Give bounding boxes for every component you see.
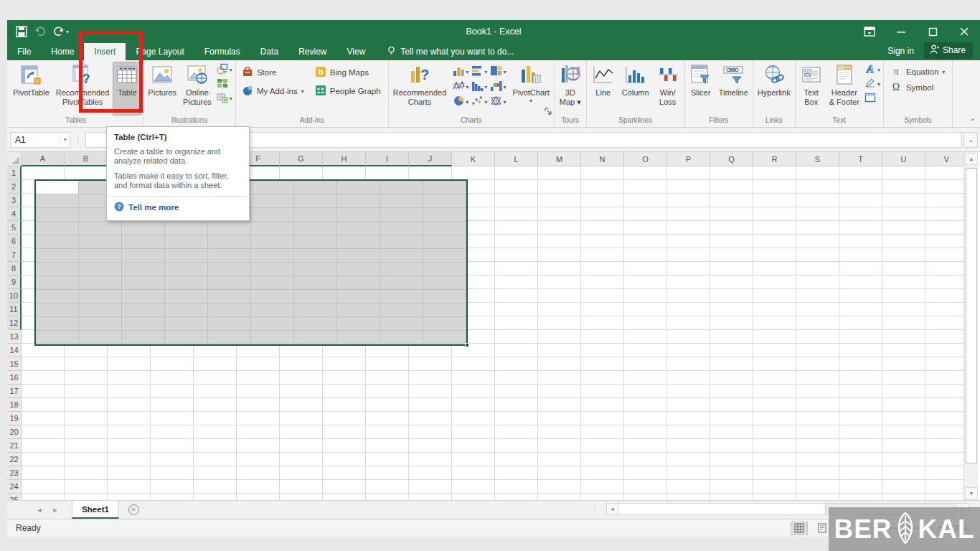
dialog-launcher-icon[interactable] <box>544 105 552 114</box>
sheet-tab-sheet1[interactable]: Sheet1 <box>72 501 119 519</box>
tab-home[interactable]: Home <box>41 43 84 60</box>
chart-histogram-button[interactable]: ▾ <box>471 80 487 94</box>
chart-waterfall-button[interactable]: ▾ <box>490 80 506 94</box>
scroll-down-icon[interactable]: ▼ <box>965 487 978 499</box>
sign-in-link[interactable]: Sign in <box>887 46 914 56</box>
column-header-g[interactable]: G <box>280 152 323 166</box>
row-header-15[interactable]: 15 <box>7 357 22 371</box>
chart-line-button[interactable]: ▾ <box>453 80 468 94</box>
slicer-button[interactable]: Slicer <box>687 62 715 116</box>
row-header-10[interactable]: 10 <box>7 289 22 303</box>
tab-view[interactable]: View <box>337 43 376 60</box>
timeline-button[interactable]: Timeline <box>716 62 751 116</box>
row-header-14[interactable]: 14 <box>7 344 22 357</box>
chart-bar-button[interactable]: ▾ <box>471 65 487 79</box>
row-header-23[interactable]: 23 <box>7 466 22 480</box>
tell-me-box[interactable]: Tell me what you want to do... <box>375 46 522 60</box>
3d-map-button[interactable]: 3DMap ▾ <box>556 62 585 116</box>
tab-review[interactable]: Review <box>288 43 336 60</box>
row-header-16[interactable]: 16 <box>7 371 22 385</box>
my-addins-button[interactable]: My Add-ins▾ <box>242 85 304 98</box>
row-header-25[interactable]: 25 <box>7 494 22 500</box>
column-header-k[interactable]: K <box>452 152 495 166</box>
fill-handle[interactable] <box>465 343 469 347</box>
chart-pie-button[interactable]: ▾ <box>453 95 468 109</box>
sheet-nav-left-icon[interactable]: ◄ <box>32 501 47 519</box>
active-cell-a1[interactable] <box>36 181 78 194</box>
row-header-21[interactable]: 21 <box>7 439 22 453</box>
text-box-button[interactable]: ATextBox <box>797 62 826 116</box>
row-header-19[interactable]: 19 <box>7 412 22 425</box>
column-header-h[interactable]: H <box>323 152 366 166</box>
equation-button[interactable]: πEquation ▾ <box>890 65 945 78</box>
store-button[interactable]: Store <box>242 66 304 79</box>
pivottable-button[interactable]: PivotTable <box>10 62 52 116</box>
row-header-8[interactable]: 8 <box>7 262 22 276</box>
tell-me-more-link[interactable]: ? Tell me more <box>114 202 242 213</box>
column-header-b[interactable]: B <box>65 152 108 166</box>
scroll-up-icon[interactable]: ▲ <box>965 153 978 165</box>
row-header-9[interactable]: 9 <box>7 276 22 289</box>
column-header-r[interactable]: R <box>753 152 796 166</box>
column-header-i[interactable]: I <box>366 152 409 166</box>
row-header-7[interactable]: 7 <box>7 248 22 262</box>
row-header-3[interactable]: 3 <box>7 194 22 207</box>
symbol-button[interactable]: ΩSymbol <box>890 81 945 94</box>
column-header-v[interactable]: V <box>925 152 963 166</box>
row-header-24[interactable]: 24 <box>7 480 22 494</box>
column-header-t[interactable]: T <box>839 152 882 166</box>
shapes-button[interactable]: ▾ <box>217 64 232 76</box>
tab-file[interactable]: File <box>7 43 41 60</box>
row-header-11[interactable]: 11 <box>7 303 22 316</box>
chart-radar-button[interactable]: ▾ <box>490 95 506 109</box>
tab-scroll-splitter[interactable]: ⁞ <box>594 504 596 512</box>
sparkline-column-button[interactable]: Column <box>619 62 652 116</box>
share-button[interactable]: Share <box>924 42 973 59</box>
redo-dropdown-icon[interactable]: ▾ <box>66 29 69 35</box>
sparkline-winloss-button[interactable]: Win/Loss <box>653 62 683 116</box>
chart-scatter-button[interactable]: ▾ <box>471 95 487 109</box>
row-header-13[interactable]: 13 <box>7 330 22 344</box>
column-header-l[interactable]: L <box>495 152 538 166</box>
object-button[interactable] <box>864 93 880 105</box>
chart-hierarchy-button[interactable]: ▾ <box>490 65 506 79</box>
column-header-u[interactable]: U <box>882 152 925 166</box>
column-header-n[interactable]: N <box>581 152 624 166</box>
column-header-m[interactable]: M <box>538 152 581 166</box>
column-header-o[interactable]: O <box>624 152 667 166</box>
selected-range[interactable] <box>34 179 468 346</box>
expand-formula-bar-icon[interactable]: ⌄ <box>963 132 978 148</box>
people-graph-button[interactable]: People Graph <box>315 85 381 98</box>
row-header-17[interactable]: 17 <box>7 385 22 398</box>
sparkline-line-button[interactable]: Line <box>588 62 618 116</box>
collapse-ribbon-icon[interactable]: ⌃ <box>970 118 976 126</box>
horizontal-scrollbar-thumb[interactable] <box>618 504 826 514</box>
column-header-s[interactable]: S <box>796 152 839 166</box>
save-icon[interactable] <box>16 26 27 37</box>
row-header-18[interactable]: 18 <box>7 398 22 412</box>
smartart-button[interactable] <box>217 78 232 90</box>
tab-formulas[interactable]: Formulas <box>194 43 250 60</box>
row-header-1[interactable]: 1 <box>7 166 22 180</box>
minimize-icon[interactable] <box>885 20 917 43</box>
scroll-left-icon[interactable]: ◄ <box>607 504 618 514</box>
row-header-22[interactable]: 22 <box>7 453 22 466</box>
column-header-a[interactable]: A <box>22 152 65 166</box>
new-sheet-button[interactable]: + <box>119 501 148 519</box>
row-header-2[interactable]: 2 <box>7 180 22 194</box>
header-footer-button[interactable]: Header& Footer <box>826 62 862 116</box>
row-header-5[interactable]: 5 <box>7 221 22 235</box>
ribbon-display-options-icon[interactable] <box>854 20 885 43</box>
column-header-q[interactable]: Q <box>710 152 753 166</box>
close-icon[interactable] <box>948 20 980 43</box>
select-all-corner[interactable] <box>7 152 22 166</box>
maximize-icon[interactable] <box>917 20 948 43</box>
row-header-6[interactable]: 6 <box>7 235 22 248</box>
vertical-scrollbar[interactable]: ▲ ▼ <box>963 152 978 500</box>
name-box[interactable]: A1 ▾ <box>10 132 70 148</box>
row-header-4[interactable]: 4 <box>7 207 22 221</box>
column-header-j[interactable]: J <box>409 152 452 166</box>
row-header-12[interactable]: 12 <box>7 316 22 330</box>
recommended-charts-button[interactable]: ?RecommendedCharts <box>390 62 450 116</box>
pictures-button[interactable]: Pictures <box>145 62 179 116</box>
